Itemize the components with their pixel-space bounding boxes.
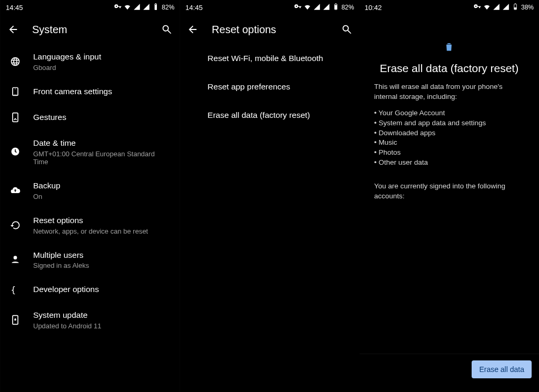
erase-intro-pre: This will erase all data from your phone…	[374, 83, 503, 91]
restore-icon	[9, 220, 22, 230]
item-sub: Updated to Android 11	[33, 322, 101, 330]
item-title: Multiple users	[33, 250, 89, 261]
bullet: Downloaded apps	[374, 128, 524, 138]
item-date-time[interactable]: Date & time GMT+01:00 Central European S…	[1, 130, 179, 173]
settings-list: Languages & input Gboard Front camera se…	[1, 44, 179, 392]
cloud-upload-icon	[9, 185, 22, 196]
item-title: Languages & input	[33, 52, 101, 63]
item-sub: Signed in as Aleks	[33, 262, 89, 269]
item-multiple-users[interactable]: Multiple users Signed in as Aleks	[1, 243, 179, 277]
clock-icon	[9, 146, 22, 157]
signal-icon	[133, 3, 141, 12]
vpn-key-icon	[114, 3, 122, 12]
status-time: 10:42	[365, 4, 382, 12]
erase-intro-bold: internal storage	[374, 93, 423, 100]
wifi-icon	[124, 3, 131, 12]
item-languages-input[interactable]: Languages & input Gboard	[1, 44, 179, 79]
item-sub: Network, apps, or device can be reset	[33, 227, 148, 235]
back-icon[interactable]	[7, 23, 19, 36]
svg-rect-14	[514, 7, 516, 9]
status-bar: 14:45 82%	[180, 0, 359, 15]
globe-icon	[9, 56, 22, 67]
erase-all-data-button[interactable]: Erase all data	[472, 360, 532, 378]
page-title: Reset options	[212, 24, 327, 36]
svg-point-6	[14, 256, 17, 260]
status-bar: 14:45 82%	[1, 0, 179, 15]
erase-content: Erase all data (factory reset) This will…	[360, 15, 539, 354]
status-icons: 38%	[474, 3, 534, 12]
item-reset-wifi[interactable]: Reset Wi-Fi, mobile & Bluetooth	[180, 44, 359, 73]
bottom-bar: Erase all data	[360, 354, 539, 392]
wifi-icon	[304, 3, 311, 12]
search-icon[interactable]	[341, 23, 353, 36]
svg-rect-0	[155, 5, 157, 9]
svg-rect-11	[335, 5, 337, 9]
item-sub: On	[33, 193, 61, 200]
signal-icon	[313, 3, 321, 12]
battery-text: 38%	[521, 4, 534, 11]
battery-icon	[332, 3, 340, 12]
status-bar: 10:42 38%	[360, 0, 539, 15]
signal-icon-2	[323, 3, 330, 12]
erase-intro-post: , including:	[423, 93, 457, 100]
header: Reset options	[180, 15, 359, 44]
vpn-key-icon	[474, 3, 481, 12]
bullet: Photos	[374, 148, 524, 158]
item-title: Gestures	[33, 112, 66, 123]
item-sub: Gboard	[33, 64, 101, 72]
bullet: Music	[374, 138, 524, 148]
item-system-update[interactable]: System update Updated to Android 11	[1, 303, 179, 337]
person-icon	[9, 254, 22, 265]
item-reset-app-prefs[interactable]: Reset app preferences	[180, 73, 359, 101]
item-backup[interactable]: Backup On	[1, 173, 179, 208]
wifi-icon	[483, 3, 491, 12]
battery-text: 82%	[162, 4, 174, 11]
header: System	[1, 15, 179, 44]
signal-icon	[493, 3, 500, 12]
braces-icon: { }	[9, 285, 22, 295]
front-camera-icon	[9, 86, 22, 97]
item-reset-options[interactable]: Reset options Network, apps, or device c…	[1, 208, 179, 243]
vpn-key-icon	[294, 3, 302, 12]
item-title: Date & time	[33, 138, 171, 149]
search-icon[interactable]	[161, 23, 173, 36]
status-icons: 82%	[114, 3, 174, 12]
item-developer-options[interactable]: { } Developer options	[1, 277, 179, 303]
svg-point-2	[15, 89, 16, 90]
erase-title: Erase all data (factory reset)	[380, 62, 518, 75]
item-gestures[interactable]: Gestures	[1, 105, 179, 130]
item-erase-all-data[interactable]: Erase all data (factory reset)	[180, 101, 359, 129]
signal-icon-2	[143, 3, 150, 12]
battery-icon	[152, 3, 159, 12]
svg-rect-10	[335, 3, 336, 4]
bullet: Your Google Account	[374, 108, 524, 118]
item-sub: GMT+01:00 Central European Standard Time	[33, 150, 171, 166]
item-title: Front camera settings	[33, 86, 112, 97]
erase-after: You are currently signed into the follow…	[374, 182, 524, 202]
item-title: Backup	[33, 180, 61, 192]
item-title: Developer options	[33, 284, 99, 295]
status-time: 14:45	[185, 4, 203, 12]
reset-list: Reset Wi-Fi, mobile & Bluetooth Reset ap…	[180, 44, 359, 392]
item-title: Reset options	[33, 215, 148, 226]
system-update-icon	[9, 315, 22, 325]
svg-rect-13	[515, 3, 516, 4]
battery-icon	[512, 3, 519, 12]
item-title: System update	[33, 310, 101, 321]
erase-body: This will erase all data from your phone…	[374, 82, 524, 202]
screen-reset-options: 14:45 82% Reset options Reset Wi-Fi, mob…	[179, 0, 359, 392]
battery-text: 82%	[342, 4, 354, 11]
bullet: Other user data	[374, 158, 524, 168]
erase-bullets: Your Google Account System and app data …	[374, 108, 524, 168]
bullet: System and app data and settings	[374, 118, 524, 128]
back-icon[interactable]	[186, 23, 199, 36]
svg-text:{ }: { }	[11, 285, 21, 295]
item-front-camera[interactable]: Front camera settings	[1, 79, 179, 105]
signal-icon-2	[502, 3, 510, 12]
status-icons: 82%	[294, 3, 354, 12]
svg-rect-4	[13, 113, 18, 122]
trash-icon	[444, 41, 454, 53]
screen-system: 14:45 82% System Languages & input Gboar…	[0, 0, 179, 392]
screen-erase-all: 10:42 38% Erase all data (factory reset)…	[360, 0, 539, 392]
svg-rect-3	[14, 95, 17, 95]
